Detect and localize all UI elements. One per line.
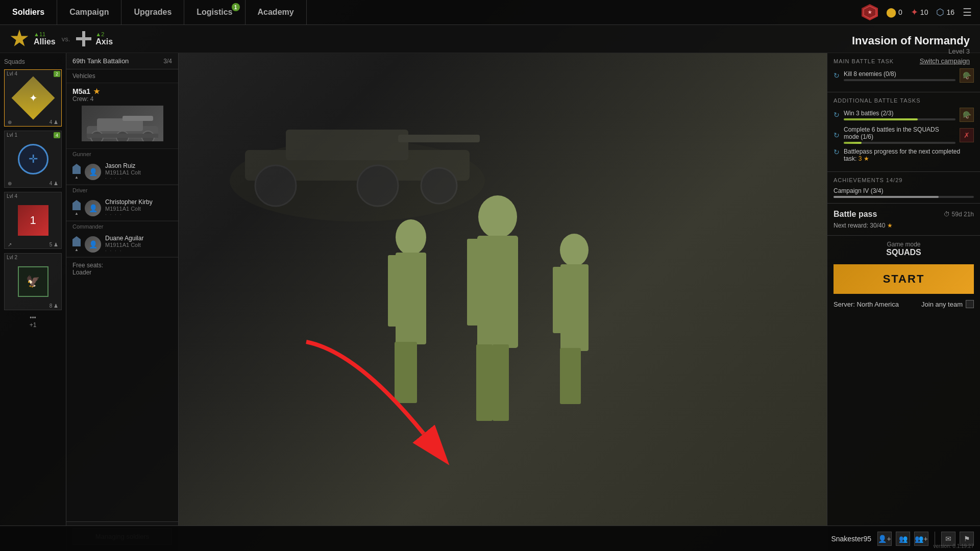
bp-task-refresh-icon[interactable]: ↻ [834, 148, 840, 156]
faction-allies[interactable]: ▲11 Allies [10, 30, 56, 48]
start-button[interactable]: START [834, 264, 974, 294]
bottom-bar: Snakester95 👤+ 👥 👥+ ✉ ⚑ version: 0.1.19.… [0, 525, 980, 551]
battlepass-timer: ⏱ 59d 21h [944, 211, 974, 218]
squad-badge-1: 2 [54, 71, 60, 77]
vehicle-item-m5a1[interactable]: M5a1 ★ Crew: 4 [66, 83, 178, 149]
squad-card-4[interactable]: Lvl 2 🦅 8 ♟ [4, 253, 62, 310]
svg-point-7 [396, 219, 426, 255]
squad-red-icon: 1 [18, 205, 48, 236]
vehicle-image [82, 106, 163, 141]
achievement-progress-bar [834, 196, 974, 198]
achievement-text: Campaign IV (3/4) [834, 187, 974, 194]
squad-more[interactable]: ••• +1 [4, 314, 62, 329]
crew-weapon-gunner: M1911A1 Colt [105, 169, 172, 176]
allies-label: Allies [34, 37, 56, 46]
svg-rect-15 [467, 239, 480, 325]
nav-tab-campaign[interactable]: Campaign [57, 0, 121, 24]
unit-detail-panel: 69th Tank Battalion 3/4 Vehicles M5a1 ★ … [66, 53, 179, 551]
additional-tasks-section: ADDITIONAL BATTLE TASKS ↻ Win 3 battles … [827, 92, 980, 172]
squad-stats-3: ↗5 ♟ [5, 241, 61, 248]
achievement-text-area: Campaign IV (3/4) [834, 187, 974, 198]
nav-tab-soldiers[interactable]: Soldiers [0, 0, 57, 24]
task1-refresh-icon[interactable]: ↻ [834, 111, 840, 119]
squad-level-2: Lvl 1 [5, 131, 61, 139]
bp-task-text: Battlepass progress for the next complet… [844, 148, 974, 162]
add-friend-icon[interactable]: 👤+ [877, 532, 892, 546]
friends-icon[interactable]: 👥 [896, 532, 910, 546]
nav-tab-logistics[interactable]: Logistics 1 [184, 0, 245, 24]
squad-level-4: Lvl 2 [5, 254, 61, 261]
svg-point-4 [255, 165, 296, 206]
allies-star-icon [10, 30, 29, 48]
game-mode-section: Game mode SQUADS [827, 236, 980, 260]
task2-icon: ✗ [960, 128, 974, 142]
task2-refresh-icon[interactable]: ↻ [834, 131, 840, 139]
vehicles-label: Vehicles [66, 69, 178, 83]
additional-task-2: ↻ Complete 6 battles in the SQUADS mode … [834, 126, 974, 144]
svg-rect-30 [122, 116, 153, 121]
battlepass-header: Battle pass ⏱ 59d 21h [834, 210, 974, 219]
crew-role-driver: Driver ▲ 👤 Christopher Kirby M1911A1 Col… [66, 185, 178, 221]
crew-rank-icon-commander [72, 236, 81, 246]
crew-dots-commander: · · · · [105, 248, 172, 254]
logistics-badge: 1 [232, 3, 240, 11]
battlepass-star-icon: ★ [887, 222, 893, 229]
unit-header: 69th Tank Battalion 3/4 [66, 53, 178, 69]
crew-avatar-commander: 👤 [85, 236, 101, 253]
vehicle-crew: Crew: 4 [72, 95, 172, 103]
join-team-checkbox[interactable] [966, 300, 974, 308]
crew-role-label-driver: Driver [66, 185, 178, 195]
crew-member-driver[interactable]: ▲ 👤 Christopher Kirby M1911A1 Colt · · ·… [66, 195, 178, 221]
task1-text: Win 3 battles (2/3) [844, 110, 955, 117]
crew-member-commander[interactable]: ▲ 👤 Duane Aguilar M1911A1 Colt · · · · [66, 232, 178, 257]
currency-gold: ⬤ 0 [886, 7, 902, 18]
faction-bar: ▲11 Allies vs. ▲2 Axis [0, 25, 980, 53]
switch-campaign-link[interactable]: Switch campaign [852, 57, 970, 65]
right-panel: MAIN BATTLE TASK ↻ Kill 8 enemies (0/8) … [827, 53, 980, 551]
faction-axis[interactable]: ▲2 Axis [95, 31, 113, 46]
task1-progress-bar [844, 118, 955, 120]
svg-rect-22 [578, 267, 587, 333]
unit-count: 3/4 [163, 58, 172, 65]
svg-rect-21 [553, 267, 562, 333]
nav-tab-academy[interactable]: Academy [246, 0, 307, 24]
nav-tab-upgrades[interactable]: Upgrades [121, 0, 184, 24]
crew-weapon-driver: M1911A1 Colt [105, 206, 172, 212]
squad-card-1[interactable]: 2 Lvl 4 ✦ ⊕4 ♟ [4, 69, 62, 127]
axis-label: Axis [95, 37, 113, 46]
squad-icon-area-3: 1 [13, 200, 54, 241]
crew-weapon-commander: M1911A1 Colt [105, 242, 172, 248]
group-icon[interactable]: 👥+ [914, 532, 928, 546]
username: Snakester95 [831, 535, 871, 543]
vehicle-star-icon: ★ [93, 87, 100, 95]
version-text: version: 0.1.19.27 [934, 543, 974, 549]
task1-icon: 🪖 [960, 108, 974, 122]
campaign-title-area: Invasion of Normandy Level 3 Switch camp… [842, 28, 980, 71]
main-task-refresh-icon[interactable]: ↻ [834, 71, 840, 80]
task1-progress-fill [844, 118, 918, 120]
task2-text: Complete 6 battles in the SQUADS mode (1… [844, 126, 955, 140]
game-mode-label: Game mode [834, 241, 974, 248]
svg-point-19 [560, 234, 589, 266]
crew-name-commander: Duane Aguilar [105, 235, 172, 242]
svg-text:★: ★ [868, 10, 872, 15]
server-text: Server: North America [834, 300, 899, 308]
battlepass-section: Battle pass ⏱ 59d 21h Next reward: 30/40… [827, 204, 980, 236]
crew-avatar-driver: 👤 [85, 200, 101, 216]
crew-role-label-gunner: Gunner [66, 149, 178, 159]
crew-member-gunner[interactable]: ▲ 👤 Jason Ruiz M1911A1 Colt · · · · [66, 159, 178, 185]
squad-card-2[interactable]: 4 Lvl 1 ✛ ⊕4 ♟ [4, 131, 62, 188]
achievement-progress-fill [834, 196, 939, 198]
task2-progress-fill [844, 142, 862, 144]
crew-avatar-gunner: 👤 [85, 164, 101, 180]
svg-rect-12 [404, 342, 417, 403]
menu-icon[interactable]: ☰ [963, 6, 972, 18]
top-navigation: Soldiers Campaign Upgrades Logistics 1 A… [0, 0, 980, 25]
currency-red: ✦ 10 [911, 7, 928, 18]
battalion-name: 69th Tank Battalion [72, 57, 129, 65]
rank-icon: ★ [862, 4, 878, 20]
free-seats-value: Loader [72, 269, 172, 276]
squad-card-3[interactable]: Lvl 4 1 ↗5 ♟ [4, 192, 62, 249]
squad-icon-area-1: ✦ [13, 78, 54, 118]
svg-rect-24 [569, 348, 581, 404]
